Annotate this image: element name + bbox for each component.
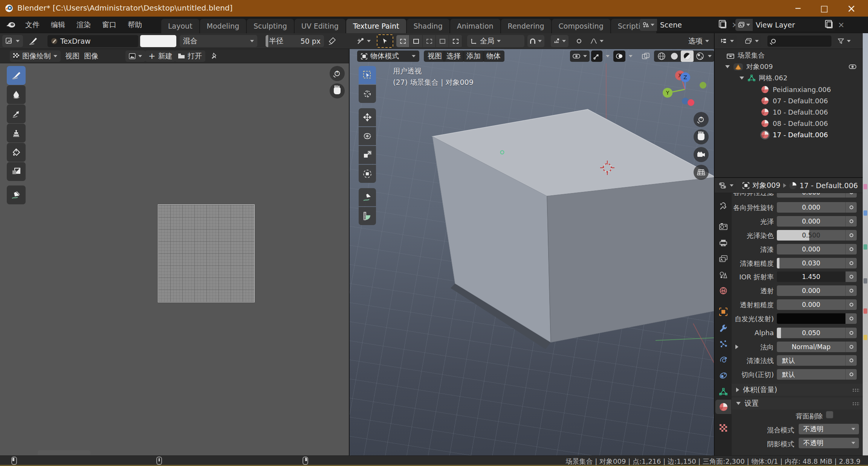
tool-clone-button[interactable] bbox=[7, 124, 26, 143]
workspace-tab-animation[interactable]: Animation bbox=[450, 19, 500, 33]
backface-checkbox[interactable] bbox=[826, 411, 833, 418]
outliner-row-material[interactable]: Peidianxiang.006 bbox=[715, 84, 863, 95]
vp-camera-button[interactable] bbox=[694, 147, 709, 162]
tab-material[interactable] bbox=[715, 400, 731, 414]
clearcoat-roughness-slider[interactable]: 0.030 bbox=[777, 258, 845, 268]
outliner-row-mesh-data[interactable]: 网格.062 bbox=[715, 72, 863, 84]
workspace-tab-modeling[interactable]: Modeling bbox=[200, 19, 246, 33]
menu-render[interactable]: 渲染 bbox=[71, 17, 96, 33]
normal-input[interactable]: Normal/Map bbox=[777, 342, 845, 352]
gizmo-dropdown[interactable] bbox=[604, 51, 611, 62]
animate-dot[interactable] bbox=[845, 271, 857, 282]
tab-view-layer[interactable] bbox=[715, 252, 731, 266]
sheen-slider[interactable]: 0.000 bbox=[777, 216, 845, 227]
tab-modifiers[interactable] bbox=[715, 321, 731, 335]
breadcrumb-object[interactable]: 对象009 bbox=[752, 181, 780, 190]
outliner-row-scene-collection[interactable]: 场景集合 bbox=[715, 50, 863, 61]
vp-tool-transform-button[interactable] bbox=[359, 165, 376, 183]
vp-tool-annotate-button[interactable] bbox=[359, 188, 376, 206]
tangent-input[interactable]: 默认 bbox=[777, 369, 845, 380]
horizontal-scrollbar[interactable] bbox=[38, 450, 90, 455]
outliner-search-input[interactable] bbox=[767, 35, 831, 47]
panel-drag-grip[interactable] bbox=[852, 402, 860, 405]
vp-zoom-button[interactable]: + bbox=[694, 112, 709, 127]
breadcrumb-material[interactable]: 17 - Default.006 bbox=[799, 181, 858, 190]
workspace-tab-texture-paint[interactable]: Texture Paint bbox=[346, 19, 406, 33]
vp-tool-move-button[interactable] bbox=[359, 108, 376, 126]
tab-particles[interactable] bbox=[715, 337, 731, 351]
pin-icon[interactable] bbox=[209, 51, 219, 62]
image-browse-dropdown[interactable] bbox=[125, 51, 145, 62]
animate-dot[interactable] bbox=[845, 202, 857, 213]
texture-image-canvas[interactable] bbox=[158, 204, 255, 302]
expand-icon[interactable] bbox=[725, 65, 730, 68]
tool-annotate-button[interactable] bbox=[7, 185, 26, 204]
transmission-roughness-slider[interactable]: 0.000 bbox=[777, 299, 845, 310]
tab-output[interactable] bbox=[715, 236, 731, 250]
view-layer-browse-button[interactable] bbox=[735, 19, 753, 31]
remove-view-layer-icon[interactable]: × bbox=[836, 20, 847, 29]
outliner-row-material-selected[interactable]: 17 - Default.006 bbox=[715, 129, 863, 140]
close-button[interactable]: × bbox=[841, 0, 862, 17]
outliner-filter-type-dropdown[interactable] bbox=[743, 35, 761, 47]
viewport-menu-object[interactable]: 物体 bbox=[483, 51, 504, 62]
hide-eye-icon[interactable] bbox=[849, 64, 856, 69]
brush-name-field[interactable]: TexDraw bbox=[47, 35, 138, 47]
outliner-filter-dropdown[interactable] bbox=[835, 35, 853, 47]
zoom-button[interactable]: + bbox=[330, 66, 345, 81]
select-mode-invert-button[interactable] bbox=[436, 35, 449, 47]
tool-mask-button[interactable] bbox=[7, 162, 26, 181]
proportional-edit-button[interactable] bbox=[574, 35, 584, 47]
tool-draw-button[interactable] bbox=[7, 66, 26, 85]
menu-file[interactable]: 文件 bbox=[20, 17, 45, 33]
select-mode-intersect-button[interactable] bbox=[449, 35, 462, 47]
editor-type-button[interactable] bbox=[2, 35, 23, 47]
open-image-button[interactable]: 打开 bbox=[174, 51, 205, 62]
interaction-mode-dropdown[interactable]: 物体模式 bbox=[357, 51, 419, 62]
outliner-row-material[interactable]: 10 - Default.006 bbox=[715, 106, 863, 118]
tab-world[interactable] bbox=[715, 284, 731, 298]
select-mode-new-button[interactable] bbox=[396, 35, 410, 47]
viewport-menu-add[interactable]: 添加 bbox=[463, 51, 484, 62]
options-dropdown[interactable]: 选项 bbox=[685, 35, 712, 47]
animate-dot[interactable] bbox=[845, 285, 857, 296]
clearcoat-normal-input[interactable]: 默认 bbox=[777, 355, 845, 366]
view-layer-name-field[interactable]: View Layer bbox=[753, 19, 836, 31]
shading-material-button[interactable] bbox=[681, 51, 694, 62]
vp-tool-cursor-button[interactable] bbox=[359, 85, 376, 103]
vp-tool-select-box-button[interactable] bbox=[359, 66, 376, 84]
shading-rendered-button[interactable] bbox=[694, 51, 706, 62]
workspace-tab-shading[interactable]: Shading bbox=[407, 19, 449, 33]
tab-texture[interactable] bbox=[715, 421, 731, 435]
visibility-dropdown[interactable] bbox=[570, 51, 590, 62]
transmission-slider[interactable]: 0.000 bbox=[777, 285, 845, 296]
animate-dot[interactable] bbox=[845, 355, 857, 366]
select-mode-extend-button[interactable] bbox=[410, 35, 423, 47]
blender-menu-icon[interactable] bbox=[6, 21, 16, 29]
tab-scene[interactable] bbox=[715, 268, 731, 282]
overlays-dropdown[interactable] bbox=[627, 51, 634, 62]
vp-ortho-toggle-button[interactable] bbox=[694, 165, 709, 180]
animate-dot[interactable] bbox=[845, 258, 857, 268]
maximize-button[interactable]: □ bbox=[814, 0, 835, 17]
menu-edit[interactable]: 编辑 bbox=[45, 17, 71, 33]
tab-object[interactable] bbox=[715, 305, 731, 319]
tab-tool[interactable] bbox=[715, 199, 731, 213]
xray-toggle-button[interactable] bbox=[640, 51, 652, 62]
blend-mode-select[interactable]: 不透明 bbox=[799, 424, 859, 434]
outliner-row-object009[interactable]: 对象009 bbox=[715, 61, 863, 72]
alpha-slider[interactable]: 0.050 bbox=[777, 328, 845, 338]
blend-mode-dropdown[interactable]: 混合 bbox=[180, 35, 257, 47]
snap-toggle-button[interactable] bbox=[527, 35, 544, 47]
shadow-mode-select[interactable]: 不透明 bbox=[799, 438, 859, 448]
select-mode-subtract-button[interactable] bbox=[423, 35, 436, 47]
properties-display-dropdown[interactable] bbox=[717, 180, 736, 191]
animate-dot[interactable] bbox=[845, 313, 857, 324]
image-paint-mode-dropdown[interactable]: 图像绘制 bbox=[10, 51, 61, 62]
workspace-tab-layout[interactable]: Layout bbox=[161, 19, 199, 33]
image-menu-view[interactable]: 视图 bbox=[62, 51, 83, 62]
animate-dot[interactable] bbox=[845, 342, 857, 352]
image-menu-image[interactable]: 图像 bbox=[81, 51, 102, 62]
transform-orientation-dropdown[interactable]: 全局 bbox=[467, 35, 524, 47]
tool-soften-button[interactable] bbox=[7, 85, 26, 104]
